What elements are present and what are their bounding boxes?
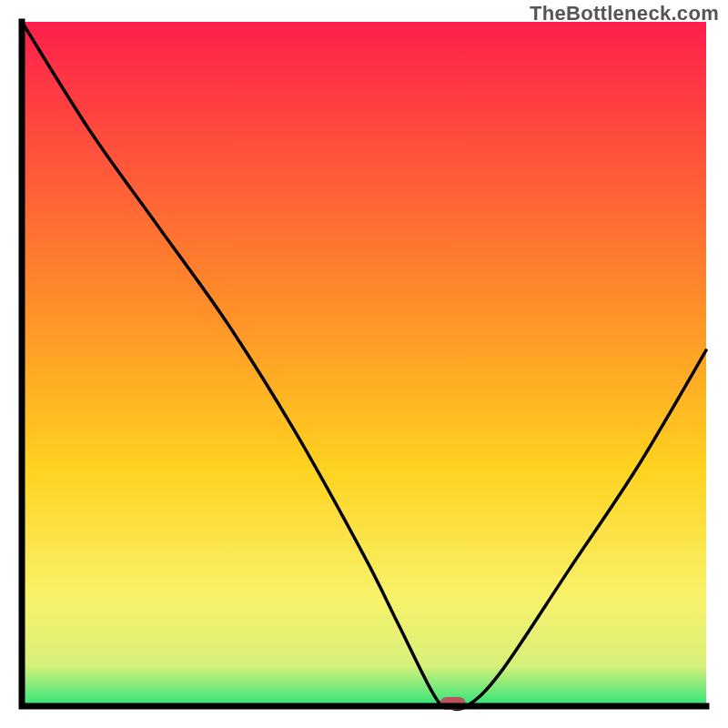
- plot-background: [22, 22, 706, 706]
- watermark-text: TheBottleneck.com: [530, 2, 719, 25]
- chart-container: TheBottleneck.com: [0, 0, 728, 728]
- bottleneck-chart: [0, 0, 728, 728]
